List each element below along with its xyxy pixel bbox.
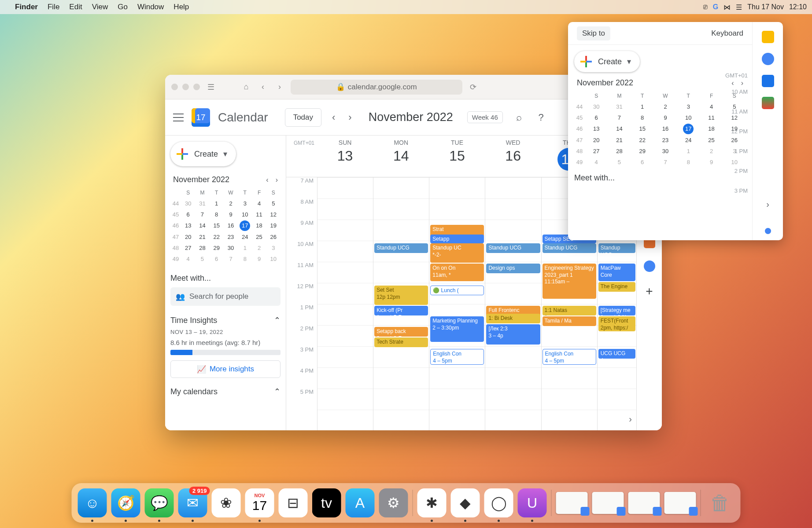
mini-day[interactable]: 17 — [240, 220, 250, 231]
mini-day[interactable]: 4 — [252, 198, 266, 209]
calendar-event[interactable]: 1:1 Natas1pm, — [543, 306, 596, 315]
mini-day[interactable]: 2 — [700, 146, 723, 156]
dock-calendar[interactable]: NOV17 — [245, 488, 274, 517]
time-insights-header[interactable]: Time Insights ⌃ — [170, 315, 281, 325]
mini-day[interactable]: 1 — [238, 243, 252, 253]
dock-nova[interactable]: U — [518, 488, 547, 517]
google-status-icon[interactable]: G — [713, 3, 718, 11]
today-button[interactable]: Today — [285, 108, 321, 127]
mini-day[interactable]: 30 — [224, 243, 238, 253]
calendar-event[interactable]: Standup UCG — [374, 243, 428, 253]
mini-day[interactable]: 28 — [195, 243, 209, 253]
mini-day[interactable]: 6 — [181, 209, 195, 220]
mini-day[interactable]: 11 — [700, 113, 723, 123]
calendar-event[interactable]: Setapp — [430, 235, 484, 243]
reload-icon[interactable]: ⟳ — [468, 81, 479, 93]
day-header[interactable]: WED16 — [485, 136, 541, 177]
day-header[interactable]: SUN13 — [317, 136, 373, 177]
mini-day[interactable]: 7 — [195, 209, 209, 220]
mini-day[interactable]: 2 — [252, 243, 266, 253]
mini-day[interactable]: 16 — [224, 220, 238, 231]
calendar-event[interactable]: On on On11am, * — [430, 264, 484, 281]
mini-day[interactable]: 18 — [252, 220, 266, 231]
dock-sketch[interactable]: ◆ — [451, 488, 480, 517]
mini-day[interactable]: 4 — [585, 157, 608, 167]
dock-reminders[interactable]: ⊟ — [279, 488, 308, 517]
mini-day[interactable]: 30 — [654, 146, 677, 156]
dock-trash[interactable]: 🗑 — [705, 488, 734, 517]
mini-day[interactable]: 10 — [238, 209, 252, 220]
calendar-event[interactable]: Standup UC*-2- — [430, 243, 484, 263]
dock-mail[interactable]: ✉2 919 — [178, 488, 207, 517]
day-column[interactable]: Standup UCGSet Set12p 12pmKick-off (Pr1p… — [373, 177, 429, 430]
mini-day[interactable]: 11 — [252, 209, 266, 220]
mini-day[interactable]: 30 — [181, 198, 195, 209]
calendar-event[interactable]: Standup UCG — [486, 243, 540, 253]
app-name[interactable]: Finder — [15, 3, 38, 11]
mini-day[interactable]: 25 — [252, 232, 266, 242]
menu-go[interactable]: Go — [118, 3, 128, 11]
calendar-event[interactable]: Marketing Planning2 – 3:30pm — [430, 316, 484, 342]
mini-day[interactable]: 7 — [654, 157, 677, 167]
help-icon[interactable]: ? — [535, 112, 547, 123]
calendar-event[interactable]: UCG UCG4pm, — [598, 349, 635, 359]
dock-messages[interactable]: 💬 — [145, 488, 174, 517]
maps-icon[interactable] — [762, 97, 774, 109]
mini-day[interactable]: 4 — [181, 254, 195, 264]
skip-to-button[interactable]: Skip to — [577, 26, 610, 40]
dock-appletv[interactable]: tv — [312, 488, 341, 517]
calendar-event[interactable]: Design ops — [486, 264, 540, 273]
forward-icon[interactable]: › — [274, 81, 285, 93]
mini-day[interactable]: 22 — [631, 135, 654, 145]
dock-window-thumb[interactable] — [556, 492, 588, 514]
address-bar[interactable]: 🔒 calendar.google.com — [291, 80, 462, 95]
mini-day[interactable]: 19 — [266, 220, 281, 231]
mini-day[interactable]: 21 — [608, 135, 631, 145]
main-menu-icon[interactable] — [173, 114, 184, 121]
calendar-event[interactable]: Setapp back2pm, *-2-Fas — [374, 327, 428, 337]
mini-day[interactable]: 5 — [266, 198, 281, 209]
dock-safari[interactable]: 🧭 — [111, 488, 140, 517]
control-center-icon[interactable]: ☰ — [736, 3, 742, 11]
mini-day[interactable]: 5 — [195, 254, 209, 264]
menu-window[interactable]: Window — [137, 3, 164, 11]
mini-day[interactable]: 31 — [608, 102, 631, 112]
menu-file[interactable]: File — [48, 3, 59, 11]
mini-day[interactable]: 8 — [210, 209, 224, 220]
mini-day[interactable]: 23 — [654, 135, 677, 145]
mini-day[interactable]: 1 — [631, 102, 654, 112]
my-calendars-header[interactable]: My calendars ⌃ — [170, 387, 281, 396]
home-icon[interactable]: ⌂ — [240, 81, 252, 93]
mini-day[interactable]: 21 — [195, 232, 209, 242]
day-header[interactable]: TUE15 — [429, 136, 485, 177]
mini-day[interactable]: 14 — [608, 124, 631, 134]
mini-day[interactable]: 30 — [585, 102, 608, 112]
calendar-event[interactable]: 1: Bi Desk — [486, 314, 540, 323]
mini-day[interactable]: 7 — [224, 254, 238, 264]
mini-day[interactable]: 6 — [631, 157, 654, 167]
calendar-event[interactable]: FEST(Front2pm, https:/ — [598, 316, 635, 331]
dock-chrome[interactable]: ◯ — [484, 488, 513, 517]
mini-day[interactable]: 6 — [585, 113, 608, 123]
mini-day[interactable]: 24 — [238, 232, 252, 242]
zoom-icon[interactable] — [644, 260, 655, 272]
bowtie-icon[interactable]: ⋈ — [723, 3, 731, 11]
tasks-icon[interactable] — [762, 53, 774, 65]
mini-day[interactable]: 28 — [608, 146, 631, 156]
back-icon[interactable]: ‹ — [257, 81, 269, 93]
mini-day[interactable]: 29 — [631, 146, 654, 156]
mini-day[interactable]: 10 — [677, 113, 700, 123]
mini-day[interactable]: 14 — [195, 220, 209, 231]
mini-day[interactable]: 1 — [210, 198, 224, 209]
calendar-event[interactable]: Standup UCG — [598, 243, 635, 253]
mini-next-icon[interactable]: › — [276, 176, 278, 184]
mini-day[interactable]: 13 — [585, 124, 608, 134]
more-insights-button[interactable]: 📈 More insights — [170, 360, 281, 378]
mini-day[interactable]: 3 — [266, 243, 281, 253]
mini-day[interactable]: 9 — [654, 113, 677, 123]
create-button[interactable]: Create ▾ — [170, 142, 236, 166]
keep-icon[interactable] — [762, 31, 774, 43]
mini-day[interactable]: 3 — [677, 102, 700, 112]
menu-view[interactable]: View — [92, 3, 108, 11]
dock-window-thumb[interactable] — [628, 492, 660, 514]
